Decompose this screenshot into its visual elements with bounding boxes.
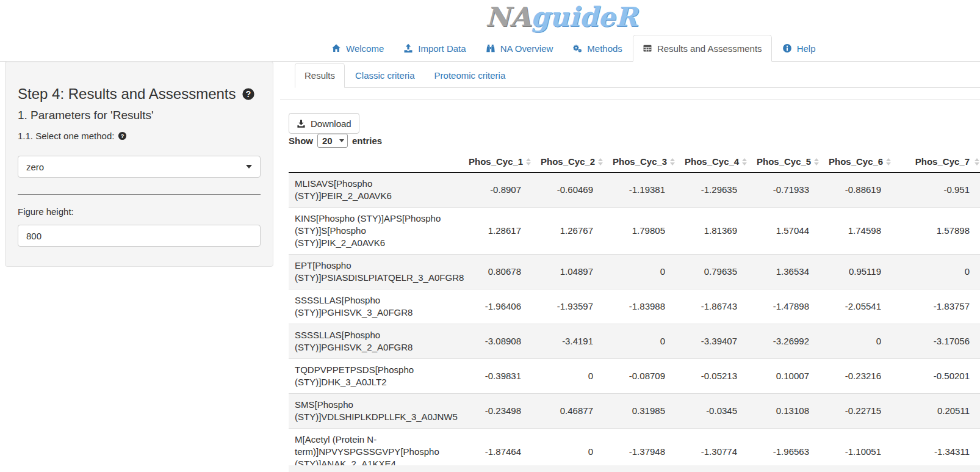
entries-select[interactable]: 20 xyxy=(317,134,348,148)
nav-tab-results-and-assessments[interactable]: Results and Assessments xyxy=(633,35,772,62)
cell-value: -3.08908 xyxy=(463,324,535,359)
cell-value: 0 xyxy=(607,255,679,289)
sort-icon xyxy=(742,158,747,165)
table-header-row: Phos_Cyc_1Phos_Cyc_2Phos_Cyc_3Phos_Cyc_4… xyxy=(289,151,980,173)
row-label: SMS[Phospho (STY)]VDLSHIPLKDPLLFK_3_A0JN… xyxy=(289,394,463,429)
cell-value: 0 xyxy=(535,359,607,394)
table-icon xyxy=(643,43,652,53)
row-label: EPT[Phospho (STY)]PSIASDISLPIATQELR_3_A0… xyxy=(289,255,463,289)
sort-icon xyxy=(886,158,891,165)
cell-value: 0 xyxy=(607,324,679,359)
cell-value: 1.36534 xyxy=(751,255,823,289)
question-circle-icon[interactable]: ? xyxy=(242,87,255,101)
nav-tab-label: Welcome xyxy=(346,43,384,54)
row-label-column-header xyxy=(289,151,463,173)
parameters-heading: 1. Parameters for 'Results' xyxy=(18,108,261,123)
cell-value: -0.951 xyxy=(895,173,980,208)
cell-value: -0.22715 xyxy=(823,394,895,429)
info-circle-icon xyxy=(782,43,792,53)
column-header-Phos_Cyc_5[interactable]: Phos_Cyc_5 xyxy=(751,151,823,173)
sidebar-panel: Step 4: Results and Assessments ? 1. Par… xyxy=(5,61,273,267)
figure-height-input[interactable] xyxy=(18,225,261,247)
cell-value: 1.04897 xyxy=(535,255,607,289)
cell-value: -1.83988 xyxy=(607,289,679,324)
cell-value: -0.8907 xyxy=(463,173,535,208)
nav-tab-import-data[interactable]: Import Data xyxy=(394,35,475,62)
cell-value: -0.88619 xyxy=(823,173,895,208)
step-title-text: Step 4: Results and Assessments xyxy=(18,85,236,103)
home-icon xyxy=(331,43,341,53)
tab-label: Results xyxy=(304,70,335,81)
column-header-Phos_Cyc_7[interactable]: Phos_Cyc_7 xyxy=(895,151,980,173)
cell-value: 0.80678 xyxy=(463,255,535,289)
show-label: Show xyxy=(289,136,313,146)
sort-icon xyxy=(975,158,979,165)
nav-tab-help[interactable]: Help xyxy=(773,35,825,62)
svg-text:?: ? xyxy=(245,90,250,99)
column-header-Phos_Cyc_2[interactable]: Phos_Cyc_2 xyxy=(535,151,607,173)
column-header-Phos_Cyc_6[interactable]: Phos_Cyc_6 xyxy=(823,151,895,173)
app-logo: NAguideR xyxy=(485,0,637,34)
cell-value: -0.23498 xyxy=(463,394,535,429)
question-circle-icon[interactable]: ? xyxy=(118,131,127,140)
cell-value: 0.79635 xyxy=(679,255,751,289)
table-row: SSSSLLAS[Phospho (STY)]PGHISVK_3_A0FGR8-… xyxy=(289,289,980,324)
results-tabset: Results Classic criteria Proteomic crite… xyxy=(295,63,980,88)
chevron-down-icon xyxy=(339,139,344,142)
cell-value: 0 xyxy=(823,324,895,359)
table-row: MLISAVS[Phospho (STY)]PEIR_2_A0AVK6-0.89… xyxy=(289,173,980,208)
nav-tab-na-overview[interactable]: NA Overview xyxy=(477,35,563,62)
download-button[interactable]: Download xyxy=(289,113,359,134)
cell-value: 0.10007 xyxy=(751,359,823,394)
cell-value: -1.86743 xyxy=(679,289,751,324)
row-label: KINS[Phospho (STY)]APS[Phospho (STY)]S[P… xyxy=(289,208,463,255)
sidebar-divider xyxy=(18,194,261,195)
cell-value: -1.96406 xyxy=(463,289,535,324)
column-header-Phos_Cyc_3[interactable]: Phos_Cyc_3 xyxy=(607,151,679,173)
cell-value: 0.95119 xyxy=(823,255,895,289)
cell-value: -0.08709 xyxy=(607,359,679,394)
cell-value: -3.4191 xyxy=(535,324,607,359)
nav-tab-methods[interactable]: Methods xyxy=(563,35,632,62)
cell-value: 0 xyxy=(895,255,980,289)
content-divider xyxy=(280,100,980,100)
cell-value: 0.31985 xyxy=(607,394,679,429)
table-row: SMS[Phospho (STY)]VDLSHIPLKDPLLFK_3_A0JN… xyxy=(289,394,980,429)
nav-tab-welcome[interactable]: Welcome xyxy=(322,35,393,62)
cell-value: -0.71933 xyxy=(751,173,823,208)
nav-tab-label: NA Overview xyxy=(500,43,553,54)
svg-text:?: ? xyxy=(121,133,124,139)
cell-value: 1.26767 xyxy=(535,208,607,255)
cell-value: -0.39831 xyxy=(463,359,535,394)
cell-value: -1.19381 xyxy=(607,173,679,208)
main-navbar: Welcome Import Data NA Overview Methods … xyxy=(0,35,980,62)
cell-value: -0.0345 xyxy=(679,394,751,429)
table-row: KINS[Phospho (STY)]APS[Phospho (STY)]S[P… xyxy=(289,208,980,255)
table-row: SSSSLLAS[Phospho (STY)]PGHISVK_2_A0FGR8-… xyxy=(289,324,980,359)
column-header-Phos_Cyc_4[interactable]: Phos_Cyc_4 xyxy=(679,151,751,173)
download-button-label: Download xyxy=(311,118,351,129)
figure-height-label: Figure height: xyxy=(18,206,261,217)
sort-icon xyxy=(526,158,531,165)
entries-label: entries xyxy=(352,136,382,146)
sort-icon xyxy=(598,158,603,165)
cell-value: 1.57898 xyxy=(895,208,980,255)
cell-value: -0.05213 xyxy=(679,359,751,394)
method-select[interactable]: zero xyxy=(18,156,261,178)
row-label: SSSSLLAS[Phospho (STY)]PGHISVK_3_A0FGR8 xyxy=(289,289,463,324)
cell-value: -0.50201 xyxy=(895,359,980,394)
nav-tab-label: Results and Assessments xyxy=(657,43,762,54)
download-icon xyxy=(297,119,306,128)
tab-results[interactable]: Results xyxy=(295,63,345,88)
cell-value: 1.79805 xyxy=(607,208,679,255)
tab-label: Classic criteria xyxy=(355,70,415,81)
cell-value: -3.39407 xyxy=(679,324,751,359)
results-data-table: Phos_Cyc_1Phos_Cyc_2Phos_Cyc_3Phos_Cyc_4… xyxy=(289,151,980,472)
cell-value: -3.17056 xyxy=(895,324,980,359)
column-header-Phos_Cyc_1[interactable]: Phos_Cyc_1 xyxy=(463,151,535,173)
cell-value: 1.57044 xyxy=(751,208,823,255)
cell-value: -2.05541 xyxy=(823,289,895,324)
tab-classic-criteria[interactable]: Classic criteria xyxy=(346,63,424,88)
tab-proteomic-criteria[interactable]: Proteomic criteria xyxy=(425,63,515,88)
cell-value: 1.28617 xyxy=(463,208,535,255)
